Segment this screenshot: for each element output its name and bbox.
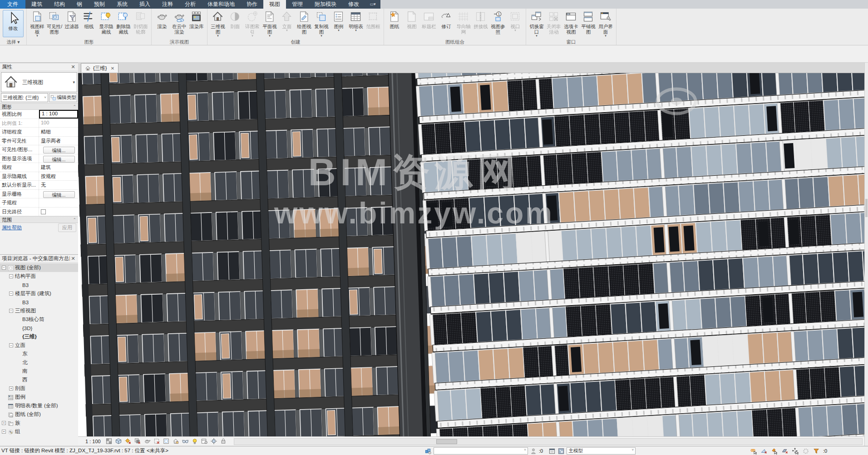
ribbon-btn-user-interface[interactable]: 用户界面▾	[597, 10, 614, 38]
viewbar-shadows-icon[interactable]	[134, 438, 142, 445]
browser-item[interactable]: +族	[0, 419, 78, 427]
ribbon-tab[interactable]: 注释	[156, 0, 179, 9]
view-tab-3d[interactable]: {三维} ✕	[81, 63, 118, 73]
ribbon-btn-show-hidden[interactable]: 显示隐藏线	[98, 10, 115, 38]
property-value[interactable]: 编辑...	[39, 145, 78, 154]
browser-item[interactable]: 图纸 (全部)	[0, 410, 78, 419]
viewbar-unlocked-3d-icon[interactable]	[172, 438, 180, 445]
viewbar-displacement-icon[interactable]	[210, 438, 218, 445]
property-value[interactable]: 无	[39, 181, 78, 189]
ribbon-btn-revision[interactable]: 修订	[438, 10, 455, 38]
viewbar-reveal-hidden-icon[interactable]	[191, 438, 199, 445]
viewbar-detail-level-icon[interactable]	[105, 438, 113, 445]
section-extents[interactable]: 范围⌃	[0, 216, 78, 223]
ribbon-btn-drafting[interactable]: 绘图视图	[296, 10, 313, 38]
ribbon-btn-view-reference[interactable]: 1视图参照	[489, 10, 507, 38]
browser-item[interactable]: 东	[0, 350, 78, 358]
ribbon-tab[interactable]: 系统	[111, 0, 133, 9]
viewbar-visual-style-icon[interactable]	[115, 438, 123, 445]
browser-item[interactable]: −立面	[0, 341, 78, 350]
property-value[interactable]: 按规程	[39, 172, 78, 181]
property-value[interactable]: 建筑	[39, 163, 78, 172]
ribbon-display-toggle[interactable]: ▭▾	[365, 0, 380, 9]
ribbon-tab-file[interactable]: 文件	[0, 0, 25, 9]
ribbon-btn-thin-lines[interactable]: 细线	[80, 10, 98, 38]
model-canvas-3d-view[interactable]: BIM资源网 www.bimzyw.com	[78, 73, 864, 436]
ribbon-btn-plan[interactable]: 平面视图▾	[261, 10, 278, 38]
browser-item[interactable]: {3D}	[0, 324, 78, 332]
viewbar-crop-view-icon[interactable]	[153, 438, 161, 445]
property-value[interactable]: 100	[39, 119, 78, 128]
chevron-down-icon[interactable]: ▾	[73, 80, 75, 84]
editing-requests-icon[interactable]	[530, 448, 537, 455]
collapse-icon[interactable]: −	[9, 274, 13, 278]
ribbon-btn-view-3d[interactable]: 三维视图▾	[209, 10, 227, 38]
viewbar-render-dialog-icon[interactable]	[143, 438, 151, 445]
ribbon-btn-schedule[interactable]: 明细表▾	[347, 10, 365, 38]
viewbar-temporary-view-properties-icon[interactable]	[201, 438, 208, 445]
ribbon-btn-tab-views[interactable]: 选项卡视图	[562, 10, 580, 38]
select-underlay-elements-icon[interactable]	[760, 448, 768, 455]
horizontal-scrollbar[interactable]	[234, 438, 863, 445]
ribbon-tab[interactable]: 分析	[179, 0, 202, 9]
collapse-chevron-icon[interactable]: ⌃	[73, 217, 76, 223]
properties-close-icon[interactable]: ✕	[70, 64, 76, 70]
select-links-icon[interactable]	[750, 448, 757, 455]
sun-path-checkbox[interactable]	[41, 209, 46, 214]
selection-filter-icon[interactable]	[813, 448, 820, 455]
ribbon-tab-view-active[interactable]: 视图	[263, 0, 286, 9]
expand-icon[interactable]: +	[2, 421, 6, 425]
type-selector[interactable]: 三维视图 ▾	[1, 72, 77, 92]
collapse-icon[interactable]: −	[9, 309, 13, 313]
ribbon-btn-render-cloud[interactable]: 在云中渲染	[171, 10, 188, 38]
browser-item[interactable]: −楼层平面 (建筑)	[0, 289, 78, 298]
drag-elements-on-selection-icon[interactable]	[792, 448, 799, 455]
edit-button[interactable]: 编辑...	[43, 191, 75, 198]
ribbon-tab[interactable]: 体量和场地	[202, 0, 241, 9]
ribbon-btn-render[interactable]: 渲染	[153, 10, 171, 38]
browser-item[interactable]: −三维视图	[0, 307, 78, 315]
design-options-pick-icon[interactable]	[557, 448, 565, 455]
browser-item[interactable]: 北	[0, 358, 78, 367]
browser-item[interactable]: 明细表/数量 (全部)	[0, 401, 78, 410]
collapse-icon[interactable]: −	[9, 292, 13, 296]
property-value[interactable]: 精细	[39, 128, 78, 136]
ribbon-tab[interactable]: 修改	[342, 0, 365, 9]
ribbon-btn-switch-windows[interactable]: 切换窗口▾	[528, 10, 545, 38]
browser-item[interactable]: B3	[0, 298, 78, 307]
ribbon-tab[interactable]: 插入	[133, 0, 156, 9]
ribbon-tab[interactable]: 钢	[71, 0, 88, 9]
edit-type-button[interactable]: 编辑类型	[49, 93, 77, 102]
property-value[interactable]: 编辑...	[39, 190, 78, 198]
browser-item[interactable]: −视图 (全部)	[0, 263, 78, 272]
property-value[interactable]	[39, 208, 78, 216]
viewbar-show-crop-icon[interactable]	[163, 438, 170, 445]
expand-icon[interactable]: +	[9, 386, 13, 391]
ribbon-btn-sheet[interactable]: 图纸	[386, 10, 403, 38]
ribbon-btn-view-template[interactable]: 视图样板▾	[29, 10, 46, 38]
ribbon-btn-duplicate[interactable]: 复制视图▾	[313, 10, 330, 38]
ribbon-btn-visibility-graphics[interactable]: 可见性/图形	[46, 10, 63, 38]
viewbar-constraints-icon[interactable]	[220, 438, 227, 445]
browser-item[interactable]: 西	[0, 376, 78, 384]
select-pinned-elements-icon[interactable]	[771, 448, 778, 455]
browser-item[interactable]: 南	[0, 367, 78, 376]
browser-item[interactable]: B3	[0, 281, 78, 289]
browser-item[interactable]: +组	[0, 427, 78, 436]
instance-combo[interactable]: ˅三维视图: {三维}	[1, 93, 48, 102]
ribbon-btn-cursor[interactable]: 修改	[3, 10, 24, 37]
viewbar-temporary-hide-isolate-icon[interactable]	[182, 438, 189, 445]
ribbon-btn-tile-views[interactable]: 平铺视图	[580, 10, 597, 38]
browser-item[interactable]: +剖面	[0, 384, 78, 393]
collapse-icon[interactable]: −	[2, 266, 6, 270]
design-options-dialog-icon[interactable]	[548, 448, 556, 455]
scrollbar-thumb[interactable]	[436, 439, 457, 444]
project-browser-close-icon[interactable]: ✕	[70, 256, 76, 262]
ribbon-tab[interactable]: 建筑	[25, 0, 48, 9]
ribbon-tab[interactable]: 管理	[286, 0, 309, 9]
ribbon-tab[interactable]: 预制	[88, 0, 111, 9]
view-tab-close-icon[interactable]: ✕	[111, 66, 114, 71]
browser-item[interactable]: −结构平面	[0, 272, 78, 281]
select-elements-by-face-icon[interactable]	[781, 448, 789, 455]
property-value[interactable]: 编辑...	[39, 154, 78, 163]
